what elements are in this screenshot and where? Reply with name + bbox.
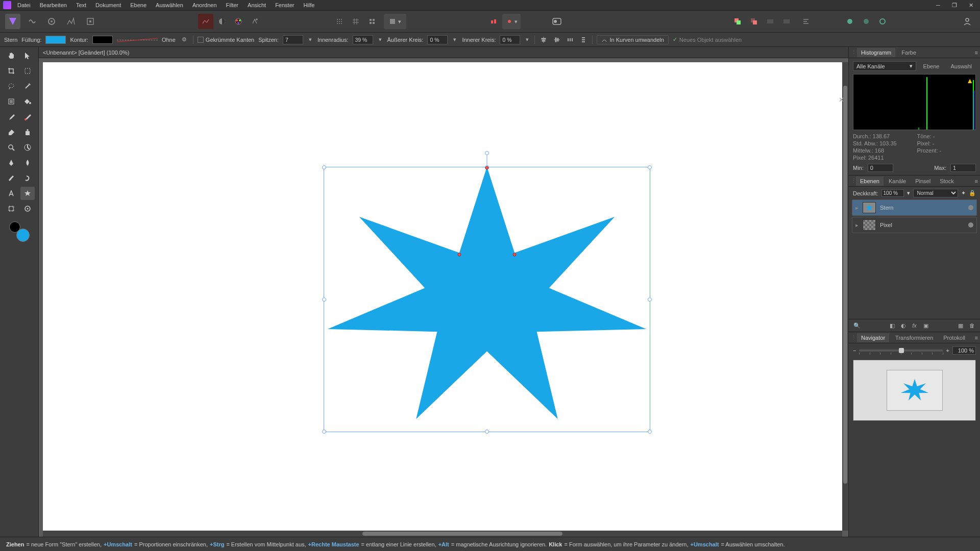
sync-1-icon[interactable] bbox=[842, 14, 857, 29]
fill-swatch[interactable] bbox=[45, 36, 66, 44]
inner-radius-handle-l[interactable] bbox=[457, 253, 461, 256]
arrange-back-icon[interactable] bbox=[730, 14, 745, 29]
panel-menu-icon[interactable]: ≡ bbox=[975, 49, 978, 56]
inner-circle-input[interactable] bbox=[500, 35, 520, 44]
navigator-preview[interactable] bbox=[853, 360, 976, 421]
panel-grip-icon[interactable]: ⋮⋮ bbox=[851, 49, 855, 56]
selection-box[interactable] bbox=[324, 167, 650, 432]
color-wheel-icon[interactable] bbox=[231, 14, 246, 29]
stroke-settings-icon[interactable]: ⚙ bbox=[180, 35, 189, 44]
max-input[interactable] bbox=[950, 164, 976, 172]
layer-lock-icon[interactable]: 🔒 bbox=[969, 190, 976, 196]
menu-text[interactable]: Text bbox=[76, 2, 86, 8]
outer-circle-input[interactable] bbox=[427, 35, 448, 44]
panel-grip-icon[interactable]: ⋮⋮ bbox=[851, 334, 855, 341]
ebenen-tab[interactable]: Ebenen bbox=[856, 177, 884, 186]
dodge-tool[interactable] bbox=[20, 141, 35, 154]
minimize-button[interactable]: ─ bbox=[932, 1, 944, 9]
inner-radius-handle-r[interactable] bbox=[513, 253, 517, 256]
grid-solid-icon[interactable] bbox=[364, 14, 380, 29]
bw-icon[interactable] bbox=[214, 14, 230, 29]
zoom-input[interactable] bbox=[952, 346, 976, 355]
handle-ne[interactable] bbox=[648, 165, 652, 169]
menu-ansicht[interactable]: Ansicht bbox=[248, 2, 266, 8]
adjustment-icon[interactable]: ◐ bbox=[899, 321, 908, 330]
delete-layer-icon[interactable]: 🗑 bbox=[968, 321, 976, 330]
align-panel-icon[interactable] bbox=[798, 14, 814, 29]
layer-search-icon[interactable]: 🔍 bbox=[853, 321, 861, 330]
group-icon[interactable]: ▣ bbox=[922, 321, 930, 330]
outer-circle-dropdown[interactable]: ▾ bbox=[452, 35, 458, 44]
handle-se[interactable] bbox=[648, 430, 652, 434]
zoom-out-button[interactable]: − bbox=[853, 347, 856, 354]
studio-toggle-icon[interactable] bbox=[549, 14, 565, 29]
develop-persona-icon[interactable] bbox=[44, 14, 59, 29]
shape-preset-dropdown[interactable]: ▾ bbox=[384, 14, 406, 29]
histogram-tab[interactable]: Histogramm bbox=[857, 48, 895, 57]
heal-tool[interactable] bbox=[4, 171, 18, 185]
photo-persona-icon[interactable] bbox=[5, 14, 20, 29]
stroke-swatch[interactable] bbox=[92, 36, 113, 44]
color-tab[interactable]: Farbe bbox=[897, 48, 920, 57]
selection-tool[interactable] bbox=[20, 64, 35, 78]
outer-radius-handle[interactable] bbox=[485, 166, 489, 170]
document-tab[interactable]: <Unbenannt> [Geändert] (100.0%) bbox=[43, 49, 129, 56]
stock-tab[interactable]: Stock bbox=[936, 177, 958, 186]
navigator-tab[interactable]: Navigator bbox=[857, 333, 889, 342]
clone-tool[interactable] bbox=[20, 126, 35, 139]
visibility-toggle[interactable] bbox=[968, 205, 973, 210]
points-dropdown[interactable]: ▾ bbox=[307, 35, 313, 44]
zoom-tool[interactable] bbox=[4, 141, 18, 154]
mesh-tool[interactable] bbox=[4, 202, 18, 215]
color-picker[interactable] bbox=[9, 221, 30, 242]
h-scrollbar[interactable] bbox=[43, 531, 842, 537]
star-tool[interactable] bbox=[20, 187, 35, 200]
menu-auswaehlen[interactable]: Auswählen bbox=[156, 2, 183, 8]
crop-tool[interactable] bbox=[4, 64, 18, 78]
paint-bucket-tool[interactable] bbox=[20, 95, 35, 108]
opacity-input[interactable] bbox=[881, 189, 904, 197]
layer-name[interactable]: Pixel bbox=[880, 222, 892, 228]
convert-to-curves-button[interactable]: In Kurven umwandeln bbox=[597, 35, 668, 44]
canvas[interactable] bbox=[43, 62, 842, 531]
ebene-button[interactable]: Ebene bbox=[919, 62, 944, 70]
auswahl-button[interactable]: Auswahl bbox=[946, 62, 976, 70]
channel-select[interactable]: Alle Kanäle▾ bbox=[853, 61, 916, 71]
grid-lines-icon[interactable] bbox=[348, 14, 363, 29]
blur-tool[interactable] bbox=[20, 156, 35, 169]
move-tool[interactable] bbox=[20, 49, 35, 62]
min-input[interactable] bbox=[868, 164, 893, 172]
close-button[interactable]: ✕ bbox=[965, 1, 977, 9]
close-document-icon[interactable]: ✕ bbox=[839, 96, 844, 104]
panel-menu-icon[interactable]: ≡ bbox=[975, 178, 978, 184]
panel-menu-icon[interactable]: ≡ bbox=[975, 335, 978, 341]
lasso-tool[interactable] bbox=[4, 80, 18, 93]
account-icon[interactable] bbox=[960, 14, 975, 29]
inner-radius-input[interactable] bbox=[353, 35, 373, 44]
export-persona-icon[interactable] bbox=[83, 14, 98, 29]
foreground-color-swatch[interactable] bbox=[16, 229, 30, 242]
blend-mode-select[interactable]: Normal bbox=[913, 189, 958, 197]
hand-tool[interactable] bbox=[4, 49, 18, 62]
grid-dots-icon[interactable] bbox=[332, 14, 347, 29]
menu-filter[interactable]: Filter bbox=[226, 2, 238, 8]
menu-anordnen[interactable]: Anordnen bbox=[192, 2, 217, 8]
align-h-icon[interactable] bbox=[539, 35, 548, 44]
color-replace-tool[interactable] bbox=[20, 110, 35, 123]
arrange-front-icon[interactable] bbox=[746, 14, 762, 29]
v-scrollbar[interactable] bbox=[842, 62, 848, 531]
panel-grip-icon[interactable]: ⋮⋮ bbox=[851, 178, 855, 184]
auto-adjust-icon[interactable] bbox=[247, 14, 262, 29]
inner-circle-dropdown[interactable]: ▾ bbox=[524, 35, 530, 44]
distribute-v-icon[interactable] bbox=[579, 35, 588, 44]
stroke-style-preview[interactable] bbox=[117, 37, 158, 43]
add-layer-icon[interactable]: ▦ bbox=[957, 321, 965, 330]
fx-icon[interactable]: fx bbox=[911, 321, 919, 330]
curved-edges-checkbox[interactable]: Gekrümmte Kanten bbox=[198, 37, 254, 43]
transform-tab[interactable]: Transformieren bbox=[891, 333, 937, 342]
menu-hilfe[interactable]: Hilfe bbox=[303, 2, 314, 8]
distribute-h-icon[interactable] bbox=[566, 35, 575, 44]
kanaele-tab[interactable]: Kanäle bbox=[885, 177, 910, 186]
layer-fx-icon[interactable]: ✦ bbox=[961, 190, 966, 196]
handle-e[interactable] bbox=[648, 297, 652, 302]
